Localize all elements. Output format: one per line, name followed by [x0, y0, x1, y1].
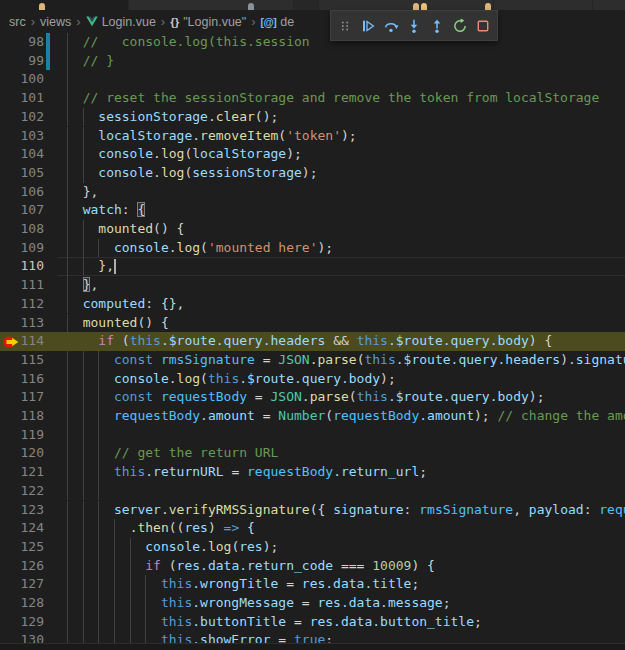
line-number[interactable]: 104: [0, 145, 44, 164]
editor-tab[interactable]: [592, 0, 625, 10]
line-number[interactable]: 105: [0, 164, 44, 183]
line-number[interactable]: 126: [0, 557, 44, 576]
line-number[interactable]: 122: [0, 482, 44, 501]
indent-guide: [67, 426, 68, 445]
debug-step-into-button[interactable]: [403, 13, 426, 39]
code-text: },: [67, 257, 114, 276]
gutter-modified-indicator: [46, 33, 50, 52]
code-text: console.log(sessionStorage);: [67, 164, 317, 183]
breadcrumb-label: Login.vue: [102, 15, 156, 29]
line-number[interactable]: 121: [0, 463, 44, 482]
breadcrumb-item[interactable]: {}"Login.vue": [170, 15, 246, 29]
debug-restart-button[interactable]: [448, 13, 471, 39]
debug-step-out-button[interactable]: [425, 13, 448, 39]
editor-tab[interactable]: [493, 0, 592, 10]
tab-bar[interactable]: [0, 0, 625, 10]
code-text: server.verifyRMSSignature({ signature: r…: [67, 501, 625, 520]
vue-logo-icon: [86, 16, 98, 27]
code-text: this.wrongTitle = res.data.title;: [67, 575, 419, 594]
code-text: localStorage.removeItem('token');: [67, 127, 357, 146]
line-number[interactable]: 120: [0, 444, 44, 463]
line-number[interactable]: 99: [0, 52, 44, 71]
line-number[interactable]: 103: [0, 127, 44, 146]
line-number[interactable]: 117: [0, 388, 44, 407]
indent-guide: [67, 70, 68, 89]
line-number[interactable]: 101: [0, 89, 44, 108]
code-line: 118 requestBody.amount = Number(requestB…: [0, 407, 625, 426]
braces-icon: {}: [170, 16, 179, 28]
code-line: 122: [0, 482, 625, 501]
line-number[interactable]: 129: [0, 613, 44, 632]
line-number[interactable]: 102: [0, 108, 44, 127]
code-text: const rmsSignature = JSON.parse(this.$ro…: [67, 351, 625, 370]
line-number[interactable]: 123: [0, 501, 44, 520]
debug-continue-button[interactable]: [357, 13, 380, 39]
code-line: 127 this.wrongTitle = res.data.title;: [0, 575, 625, 594]
editor-tab-active[interactable]: [0, 0, 128, 10]
line-number[interactable]: 127: [0, 575, 44, 594]
line-number[interactable]: 106: [0, 183, 44, 202]
line-number[interactable]: 124: [0, 519, 44, 538]
code-line: 104 console.log(localStorage);: [0, 145, 625, 164]
tab-file-icon: [421, 3, 427, 10]
editor-tab[interactable]: [293, 0, 318, 10]
code-area[interactable]: 98 // console.log(this.session99 // }100…: [0, 0, 625, 650]
code-line: 111 },: [0, 276, 625, 295]
tab-file-icon: [39, 3, 45, 10]
line-number[interactable]: 108: [0, 220, 44, 239]
code-text: },: [67, 183, 98, 202]
code-line: 109 console.log('mounted here');: [0, 239, 625, 258]
line-number[interactable]: 107: [0, 201, 44, 220]
toolbar-drag-handle[interactable]: [334, 13, 357, 39]
code-line: 103 localStorage.removeItem('token');: [0, 127, 625, 146]
line-number[interactable]: 100: [0, 70, 44, 89]
line-number[interactable]: 98: [0, 33, 44, 52]
editor-tab[interactable]: [318, 0, 493, 10]
code-line: 125 console.log(res);: [0, 538, 625, 557]
editor-bottom-edge: [0, 643, 625, 650]
editor-window: 98 // console.log(this.session99 // }100…: [0, 0, 625, 650]
code-line: 119: [0, 426, 625, 445]
code-line: 102 sessionStorage.clear();: [0, 108, 625, 127]
tab-file-icon: [248, 3, 254, 10]
debug-step-over-button[interactable]: [380, 13, 403, 39]
breadcrumb-item[interactable]: [@]de: [261, 15, 295, 29]
code-line: 116 console.log(this.$route.query.body);: [0, 370, 625, 389]
code-text: console.log(this.$route.query.body);: [67, 370, 396, 389]
code-line: 124 .then((res) => {: [0, 519, 625, 538]
code-line: 101 // reset the sessionStorage and remo…: [0, 89, 625, 108]
line-number[interactable]: 111: [0, 276, 44, 295]
tab-file-icon: [413, 3, 419, 10]
code-text: this.wrongMessage = res.data.message;: [67, 594, 451, 613]
breadcrumb-label: views: [40, 15, 71, 29]
indent-guide: [83, 482, 84, 501]
line-number[interactable]: 113: [0, 314, 44, 333]
breadcrumb: src›views›Login.vue›{}"Login.vue"›[@]de: [0, 10, 625, 33]
code-text: console.log(localStorage);: [67, 145, 302, 164]
code-text: watch: {: [67, 201, 145, 220]
line-number[interactable]: 116: [0, 370, 44, 389]
tab-file-icon: [485, 3, 491, 10]
line-number[interactable]: 118: [0, 407, 44, 426]
code-line: 106 },: [0, 183, 625, 202]
breadcrumb-item[interactable]: views: [40, 15, 71, 29]
line-number[interactable]: 125: [0, 538, 44, 557]
code-text: computed: {},: [67, 295, 184, 314]
line-number[interactable]: 119: [0, 426, 44, 445]
editor-tab[interactable]: [128, 0, 293, 10]
line-number[interactable]: 128: [0, 594, 44, 613]
at-symbol-icon: [@]: [261, 16, 277, 28]
code-text: },: [67, 276, 98, 295]
code-text: sessionStorage.clear();: [67, 108, 278, 127]
line-number[interactable]: 112: [0, 295, 44, 314]
debug-stop-button[interactable]: [471, 13, 494, 39]
line-number[interactable]: 115: [0, 351, 44, 370]
code-text: console.log(res);: [67, 538, 278, 557]
code-line: 110 },: [0, 257, 625, 276]
line-number[interactable]: 110: [0, 257, 44, 276]
code-line: 121 this.returnURL = requestBody.return_…: [0, 463, 625, 482]
code-text: mounted() {: [67, 314, 169, 333]
breadcrumb-item[interactable]: Login.vue: [86, 15, 156, 29]
breadcrumb-item[interactable]: src: [9, 15, 26, 29]
line-number[interactable]: 109: [0, 239, 44, 258]
